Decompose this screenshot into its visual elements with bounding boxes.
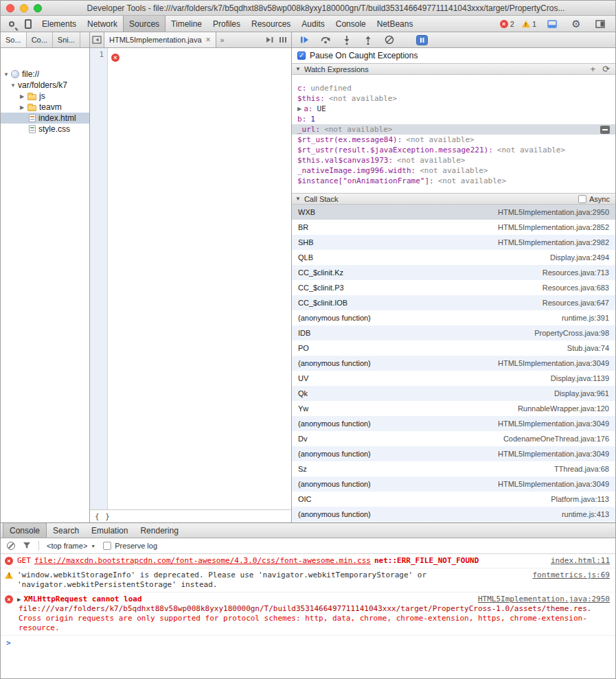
frame-location-link[interactable]: runtime.js:391 [562, 314, 609, 322]
call-stack-frame[interactable]: CC_$clinit.Kz Resources.java:713 [292, 265, 615, 280]
frame-location-link[interactable]: CodenameOneThread.java:176 [503, 435, 609, 443]
watch-expression-row[interactable]: $instance["onAnimationFrame"] <not avail… [292, 176, 615, 186]
panel-tab[interactable]: Profiles [207, 16, 246, 32]
watch-expand-arrow-icon[interactable] [297, 106, 301, 112]
panel-tab[interactable]: Console [330, 16, 372, 32]
tree-item[interactable]: var/folders/k7 [1, 80, 89, 91]
tree-item[interactable]: file:// [1, 69, 89, 80]
frame-location-link[interactable]: Platform.java:113 [551, 495, 609, 503]
expand-message-icon[interactable]: ▶ [17, 595, 21, 604]
watch-expression-row[interactable]: a UE [292, 104, 615, 114]
warning-count-badge[interactable]: 1 [522, 20, 536, 28]
console-prompt[interactable]: > [1, 636, 615, 650]
tree-item[interactable]: style.css [1, 124, 89, 135]
editor-file-tab[interactable]: HTML5Implementation.java × [104, 32, 216, 47]
tree-expand-arrow-icon[interactable] [20, 93, 27, 100]
step-into-icon[interactable] [341, 34, 352, 45]
tab-overflow-icon[interactable]: » [216, 32, 229, 47]
execution-context-selector[interactable]: <top frame> ▼ [47, 542, 95, 550]
frame-location-link[interactable]: Resources.java:683 [543, 284, 609, 292]
panel-tab[interactable]: Sources [123, 16, 166, 32]
panel-tab[interactable]: NetBeans [372, 16, 419, 32]
frame-location-link[interactable]: RunnableWrapper.java:120 [518, 404, 609, 413]
frame-location-link[interactable]: HTML5Implementation.java:2852 [498, 223, 609, 231]
navigator-tab[interactable]: Sni... [53, 32, 80, 47]
watch-expressions-header[interactable]: ▼ Watch Expressions + ⟳ [292, 63, 615, 75]
call-stack-frame[interactable]: Dv CodenameOneThread.java:176 [292, 431, 615, 446]
call-stack-frame[interactable]: (anonymous function) HTML5Implementation… [292, 446, 615, 461]
frame-location-link[interactable]: runtime.js:413 [562, 510, 609, 518]
message-source-link[interactable]: fontmetrics.js:69 [532, 571, 610, 580]
panel-tab[interactable]: Elements [36, 16, 82, 32]
navigator-tab[interactable]: So... [1, 32, 27, 47]
call-stack-header[interactable]: ▼ Call Stack Async [292, 193, 615, 205]
call-stack-frame[interactable]: (anonymous function) HTML5Implementation… [292, 476, 615, 492]
resource-url-link[interactable]: file://maxcdn.bootstrapcdn.com/font-awes… [34, 556, 371, 565]
watch-expression-row[interactable]: $this <not available> [292, 93, 615, 104]
call-stack-frame[interactable]: Qk Display.java:961 [292, 386, 615, 401]
pause-on-caught-checkbox[interactable] [297, 51, 306, 60]
frame-location-link[interactable]: HTML5Implementation.java:3049 [498, 450, 609, 458]
call-stack-frame[interactable]: QLB Display.java:2494 [292, 250, 615, 265]
section-collapse-icon[interactable]: ▼ [295, 66, 301, 72]
line-number-gutter[interactable]: 1 [90, 48, 108, 509]
section-collapse-icon[interactable]: ▼ [295, 196, 301, 202]
zoom-window-button[interactable] [34, 4, 42, 12]
resume-script-icon[interactable] [299, 34, 310, 45]
frame-location-link[interactable]: PropertyCross.java:98 [534, 329, 609, 337]
drawer-tab[interactable]: Emulation [85, 523, 134, 538]
frame-location-link[interactable]: Display.java:961 [554, 389, 609, 398]
tree-expand-arrow-icon[interactable] [20, 104, 27, 111]
panel-tab[interactable]: Audits [296, 16, 330, 32]
message-source-link[interactable]: HTML5Implementation.java:2950 [478, 595, 610, 604]
columns-icon[interactable] [276, 36, 290, 44]
watch-expression-row[interactable]: c undefined [292, 83, 615, 93]
error-count-badge[interactable]: × 2 [500, 20, 514, 28]
close-window-button[interactable] [6, 4, 14, 12]
dock-side-icon[interactable] [592, 20, 608, 28]
settings-gear-icon[interactable]: ⚙ [568, 18, 584, 30]
call-stack-frame[interactable]: PO Stub.java:74 [292, 341, 615, 356]
frame-location-link[interactable]: HTML5Implementation.java:3049 [498, 359, 609, 367]
call-stack-frame[interactable]: OIC Platform.java:113 [292, 492, 615, 507]
watch-expression-row[interactable]: $this.val$canvas1973 <not available> [292, 155, 615, 165]
drawer-tab[interactable]: Rendering [134, 523, 184, 538]
filter-icon[interactable] [23, 540, 31, 552]
call-stack-frame[interactable]: CC_$clinit.P3 Resources.java:683 [292, 280, 615, 295]
pretty-print-button[interactable]: { } [95, 512, 111, 521]
watch-expression-row[interactable]: _nativeImage.img996.width <not available… [292, 165, 615, 176]
call-stack-frame[interactable]: Yw RunnableWrapper.java:120 [292, 401, 615, 416]
panel-tab[interactable]: Resources [246, 16, 296, 32]
add-watch-icon[interactable]: + [591, 65, 596, 73]
step-over-icon[interactable] [320, 34, 331, 45]
pause-on-exceptions-icon[interactable] [416, 35, 428, 45]
run-pause-icon[interactable] [262, 36, 276, 44]
inspect-search-icon[interactable] [3, 16, 20, 32]
preserve-log-checkbox[interactable] [103, 542, 111, 550]
call-stack-frame[interactable]: UV Display.java:1139 [292, 371, 615, 386]
deactivate-breakpoints-icon[interactable] [384, 34, 395, 45]
frame-location-link[interactable]: Resources.java:713 [543, 268, 609, 277]
call-stack-frame[interactable]: SHB HTML5Implementation.java:2982 [292, 235, 615, 250]
tree-item[interactable]: index.html [1, 113, 89, 124]
tree-item[interactable]: js [1, 91, 89, 102]
frame-location-link[interactable]: Display.java:2494 [550, 253, 609, 262]
close-tab-icon[interactable]: × [206, 35, 211, 45]
clear-console-icon[interactable] [7, 542, 15, 550]
frame-location-link[interactable]: HTML5Implementation.java:2950 [498, 208, 609, 216]
call-stack-frame[interactable]: BR HTML5Implementation.java:2852 [292, 220, 615, 235]
step-out-icon[interactable] [363, 34, 374, 45]
call-stack-frame[interactable]: CC_$clinit.IOB Resources.java:647 [292, 295, 615, 310]
call-stack-frame[interactable]: (anonymous function) runtime.js:391 [292, 310, 615, 325]
panel-tab[interactable]: Timeline [166, 16, 207, 32]
call-stack-frame[interactable]: (anonymous function) HTML5Implementation… [292, 356, 615, 371]
call-stack-frame[interactable]: (anonymous function) runtime.js:413 [292, 507, 615, 522]
watch-expression-row[interactable]: $rt_ustr(ex.message84) <not available> [292, 135, 615, 145]
watch-expression-row[interactable]: _url <not available> [292, 124, 615, 135]
message-source-link[interactable]: index.html:11 [551, 556, 610, 566]
tree-item[interactable]: teavm [1, 102, 89, 113]
console-drawer-toggle-icon[interactable] [544, 20, 560, 28]
call-stack-frame[interactable]: (anonymous function) HTML5Implementation… [292, 416, 615, 431]
drawer-tab[interactable]: Console [3, 523, 47, 538]
drawer-tab[interactable]: Search [47, 523, 85, 538]
